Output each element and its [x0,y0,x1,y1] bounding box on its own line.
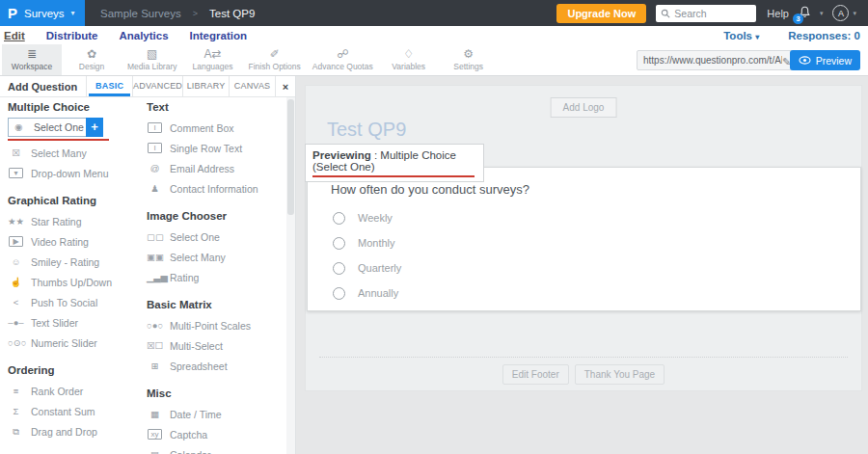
question-type-comment-box[interactable]: IComment Box [147,118,285,138]
question-type-smiley-rating[interactable]: ☺Smiley - Rating [8,252,147,272]
section-title-text: Text [147,101,285,113]
question-type-single-row-text[interactable]: ISingle Row Text [147,138,285,158]
toolbar-item-advance-quotas[interactable]: ☍Advance Quotas [307,44,379,75]
email-icon: @ [147,164,163,174]
breadcrumb-parent[interactable]: Sample Surveys [100,8,181,19]
question-type-text-slider[interactable]: –●–Text Slider [8,312,147,333]
menu-item-analytics[interactable]: Analytics [119,30,168,41]
toolbar-item-design[interactable]: ✿Design [62,44,122,75]
question-type-captcha[interactable]: xyCaptcha [147,424,285,444]
tab-canvas[interactable]: CANVAS [229,76,275,96]
panel-tabs: BASICADVANCEDLIBRARYCANVAS [86,76,275,96]
design-icon: ✿ [87,48,96,61]
tab-advanced[interactable]: ADVANCED [132,76,182,96]
dropdown-icon: ▾ [9,168,23,178]
tab-basic[interactable]: BASIC [86,76,132,96]
menu-item-distribute[interactable]: Distribute [46,30,98,41]
section-title-graphical-rating: Graphical Rating [8,195,147,206]
question-type-label: Email Address [170,163,234,174]
close-icon[interactable]: × [275,76,295,96]
preview-button[interactable]: Preview [790,50,860,70]
question-type-select-many[interactable]: ☒Select Many [8,143,147,163]
question-type-numeric-slider[interactable]: ○⊙○Numeric Slider [8,333,147,353]
chevron-down-icon[interactable] [853,10,856,17]
question-type-spreadsheet[interactable]: ⊞Spreadsheet [147,356,285,376]
help-link[interactable]: Help [767,8,789,19]
question-type-star-rating[interactable]: ★★Star Rating [8,211,147,231]
question-type-push-to-social[interactable]: <Push To Social [8,292,147,312]
radio-button[interactable] [333,237,345,250]
slider-icon: –●– [8,318,24,328]
add-logo-button[interactable]: Add Logo [551,97,617,118]
toolbar-item-label: Finish Options [249,62,301,71]
radio-button[interactable] [333,212,345,225]
notifications-bell-icon[interactable]: 3 [798,6,813,21]
question-type-constant-sum[interactable]: ΣConstant Sum [8,401,147,421]
toolbar-item-media-library[interactable]: ▧Media Library [122,44,183,75]
question-type-date-time[interactable]: ▦Date / Time [147,404,285,424]
edit-footer-button[interactable]: Edit Footer [502,364,569,385]
toolbar-item-variables[interactable]: ♢Variables [379,44,439,75]
upgrade-now-button[interactable]: Upgrade Now [556,4,646,23]
question-type-multi-point-scales[interactable]: ○●○Multi-Point Scales [147,315,285,335]
smiley-icon: ☺ [8,257,24,267]
survey-url-input[interactable] [643,55,782,66]
toolbar-item-label: Workspace [12,62,52,71]
question-type-multi-select[interactable]: ☒☐Multi-Select [147,335,285,356]
chevron-down-icon [71,9,75,17]
survey-canvas: Add Logo Test QP9 Previewing : Multiple … [296,76,868,454]
search-icon [661,9,670,18]
question-type-label: Contact Information [170,183,258,195]
question-type-select-one[interactable]: ▢▢Select One [147,227,285,247]
tools-dropdown[interactable]: Tools [723,30,759,41]
search-input[interactable] [674,8,747,19]
question-type-rank-order[interactable]: ≡Rank Order [8,381,147,401]
responses-count[interactable]: Responses: 0 [788,30,860,41]
section-title-image-chooser: Image Chooser [147,210,285,222]
question-type-email-address[interactable]: @Email Address [147,158,285,178]
video-icon: ▶ [9,236,23,247]
question-type-label: Rating [170,272,199,283]
thank-you-page-button[interactable]: Thank You Page [575,364,665,385]
toolbar-item-settings[interactable]: ⚙Settings [439,44,499,75]
question-type-select-many[interactable]: ▣▣Select Many [147,247,285,267]
question-type-label: Drop-down Menu [31,168,109,179]
question-type-label: Select One [34,121,84,133]
survey-title[interactable]: Test QP9 [327,119,406,141]
radio-button[interactable] [333,262,345,275]
question-type-drop-down-menu[interactable]: ▾Drop-down Menu [8,163,147,183]
question-type-contact-information[interactable]: ♟Contact Information [147,178,285,199]
option-label: Weekly [358,212,393,224]
question-type-rating[interactable]: ▁▃▅Rating [147,267,285,287]
toolbar-item-finish-options[interactable]: ✐Finish Options [243,44,307,75]
question-type-thumbs-up-down[interactable]: ☝Thumbs Up/Down [8,272,147,292]
question-type-label: Comment Box [170,122,234,134]
question-type-select-one[interactable]: ◉Select One [8,118,86,137]
questionpro-logo: P [8,6,17,20]
add-question-plus-button[interactable] [86,118,103,137]
question-type-label: Numeric Slider [31,337,97,349]
panel-header: Add Question BASICADVANCEDLIBRARYCANVAS … [0,76,295,97]
spreadsheet-icon: ⊞ [147,361,163,371]
avatar[interactable]: A [832,5,849,21]
surveys-menu-button[interactable]: P Surveys [0,0,85,26]
section-title-multiple-choice: Multiple Choice [8,101,147,113]
tab-library[interactable]: LIBRARY [182,76,229,96]
survey-page: Add Logo Test QP9 Previewing : Multiple … [305,85,862,391]
question-type-drag-and-drop[interactable]: ⧉Drag and Drop [8,421,147,441]
question-card[interactable]: How often do you conduct surveys? Weekly… [307,167,861,311]
panel-scrollbar[interactable] [286,97,295,454]
section-title-ordering: Ordering [8,364,147,376]
question-type-calendar[interactable]: ▤Calendar [147,444,285,454]
radio-button[interactable] [333,287,345,300]
menu-bar: EditDistributeAnalyticsIntegration Tools… [0,26,868,44]
scrollbar-thumb[interactable] [287,99,294,215]
question-type-video-rating[interactable]: ▶Video Rating [8,231,147,252]
toolbar-item-languages[interactable]: A⇄Languages [183,44,243,75]
menu-item-edit[interactable]: Edit [4,30,25,41]
menu-item-integration[interactable]: Integration [190,30,247,41]
question-type-label: Calendar [170,449,211,454]
chevron-down-icon[interactable] [820,10,824,17]
toolbar-item-workspace[interactable]: ≣Workspace [2,44,62,75]
settings-icon: ⚙ [463,48,474,61]
